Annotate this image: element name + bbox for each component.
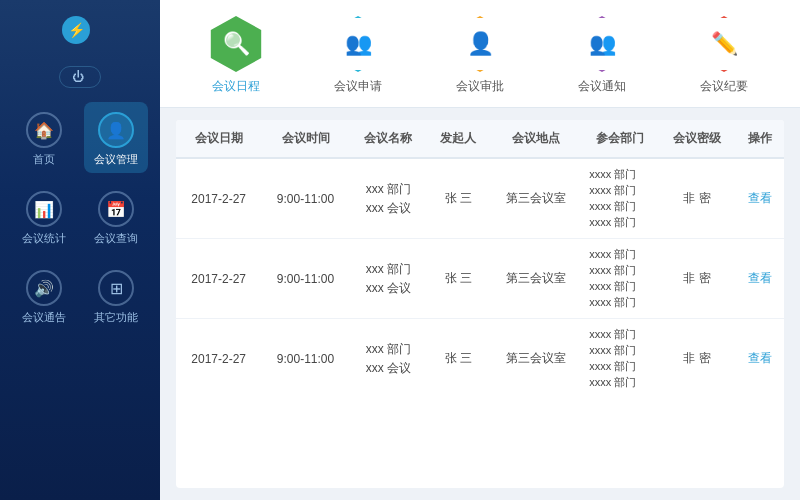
logo-icon: ⚡ — [62, 16, 90, 44]
cell-name: xxx 部门xxx 会议 — [350, 319, 427, 399]
table-header: 参会部门 — [581, 120, 658, 158]
cell-security: 非 密 — [659, 158, 736, 239]
top-icon-apply[interactable]: 👥 会议申请 — [323, 16, 393, 95]
cell-departments: xxxx 部门xxxx 部门xxxx 部门xxxx 部门 — [581, 239, 658, 319]
sidebar-item-meeting-stats[interactable]: 📊 会议统计 — [12, 181, 76, 252]
top-icon-shape-schedule: 🔍 — [208, 16, 264, 72]
top-icon-glyph-schedule: 🔍 — [223, 31, 250, 57]
sidebar-nav: 🏠 首页 👤 会议管理 📊 会议统计 📅 会议查询 🔊 会议通告 ⊞ 其它功能 — [0, 102, 160, 331]
top-icon-shape-apply: 👥 — [330, 16, 386, 72]
cell-initiator: 张 三 — [427, 319, 490, 399]
top-icon-label-apply: 会议申请 — [334, 78, 382, 95]
top-icon-glyph-minutes: ✏️ — [711, 31, 738, 57]
top-icon-label-notify: 会议通知 — [578, 78, 626, 95]
hexagon-minutes: ✏️ — [696, 16, 752, 72]
hexagon-notify: 👥 — [574, 16, 630, 72]
nav-icon-meeting-stats: 📊 — [26, 191, 62, 227]
cell-location: 第三会议室 — [490, 239, 582, 319]
nav-icon-other: ⊞ — [98, 270, 134, 306]
top-icon-glyph-review: 👤 — [467, 31, 494, 57]
table-header: 会议名称 — [350, 120, 427, 158]
sidebar-item-other[interactable]: ⊞ 其它功能 — [84, 260, 148, 331]
cell-date: 2017-2-27 — [176, 158, 261, 239]
top-icon-schedule[interactable]: 🔍 会议日程 — [201, 16, 271, 95]
hexagon-schedule: 🔍 — [208, 16, 264, 72]
cell-location: 第三会议室 — [490, 319, 582, 399]
table-header: 会议日期 — [176, 120, 261, 158]
hexagon-apply: 👥 — [330, 16, 386, 72]
top-icon-glyph-notify: 👥 — [589, 31, 616, 57]
nav-icon-announcement: 🔊 — [26, 270, 62, 306]
cell-time: 9:00-11:00 — [261, 319, 350, 399]
table-row: 2017-2-279:00-11:00xxx 部门xxx 会议张 三第三会议室x… — [176, 319, 784, 399]
sidebar: ⚡ ⏻ 🏠 首页 👤 会议管理 📊 会议统计 📅 会议查询 🔊 会议通告 ⊞ 其… — [0, 0, 160, 500]
nav-label-meeting-query: 会议查询 — [94, 231, 138, 246]
table-area: 会议日期会议时间会议名称发起人会议地点参会部门会议密级操作 2017-2-279… — [176, 120, 784, 488]
cell-departments: xxxx 部门xxxx 部门xxxx 部门xxxx 部门 — [581, 319, 658, 399]
cell-initiator: 张 三 — [427, 239, 490, 319]
nav-label-meeting-stats: 会议统计 — [22, 231, 66, 246]
cell-time: 9:00-11:00 — [261, 239, 350, 319]
top-icon-bar: 🔍 会议日程 👥 会议申请 👤 会议审批 👥 会议通知 ✏️ — [160, 0, 800, 108]
top-icon-label-schedule: 会议日程 — [212, 78, 260, 95]
power-icon: ⏻ — [72, 70, 84, 84]
view-link[interactable]: 查看 — [748, 351, 772, 365]
nav-label-announcement: 会议通告 — [22, 310, 66, 325]
cell-time: 9:00-11:00 — [261, 158, 350, 239]
top-icon-label-minutes: 会议纪要 — [700, 78, 748, 95]
main-content: 🔍 会议日程 👥 会议申请 👤 会议审批 👥 会议通知 ✏️ — [160, 0, 800, 500]
nav-label-home: 首页 — [33, 152, 55, 167]
meeting-table: 会议日期会议时间会议名称发起人会议地点参会部门会议密级操作 2017-2-279… — [176, 120, 784, 398]
top-icon-shape-minutes: ✏️ — [696, 16, 752, 72]
nav-label-other: 其它功能 — [94, 310, 138, 325]
nav-icon-meeting-mgmt: 👤 — [98, 112, 134, 148]
top-icon-shape-review: 👤 — [452, 16, 508, 72]
top-icon-glyph-apply: 👥 — [345, 31, 372, 57]
cell-location: 第三会议室 — [490, 158, 582, 239]
cell-security: 非 密 — [659, 319, 736, 399]
cell-security: 非 密 — [659, 239, 736, 319]
nav-icon-home: 🏠 — [26, 112, 62, 148]
sidebar-item-announcement[interactable]: 🔊 会议通告 — [12, 260, 76, 331]
table-row: 2017-2-279:00-11:00xxx 部门xxx 会议张 三第三会议室x… — [176, 239, 784, 319]
top-icon-shape-notify: 👥 — [574, 16, 630, 72]
cell-initiator: 张 三 — [427, 158, 490, 239]
table-header: 发起人 — [427, 120, 490, 158]
top-icon-notify[interactable]: 👥 会议通知 — [567, 16, 637, 95]
sidebar-item-home[interactable]: 🏠 首页 — [12, 102, 76, 173]
cell-date: 2017-2-27 — [176, 319, 261, 399]
table-header: 会议密级 — [659, 120, 736, 158]
sidebar-item-meeting-mgmt[interactable]: 👤 会议管理 — [84, 102, 148, 173]
top-icon-minutes[interactable]: ✏️ 会议纪要 — [689, 16, 759, 95]
sidebar-logo: ⚡ — [62, 0, 98, 54]
sidebar-item-meeting-query[interactable]: 📅 会议查询 — [84, 181, 148, 252]
view-link[interactable]: 查看 — [748, 191, 772, 205]
nav-icon-meeting-query: 📅 — [98, 191, 134, 227]
cell-name: xxx 部门xxx 会议 — [350, 239, 427, 319]
table-header: 会议时间 — [261, 120, 350, 158]
top-icon-label-review: 会议审批 — [456, 78, 504, 95]
cell-departments: xxxx 部门xxxx 部门xxxx 部门xxxx 部门 — [581, 158, 658, 239]
hexagon-review: 👤 — [452, 16, 508, 72]
cell-action[interactable]: 查看 — [736, 239, 784, 319]
view-link[interactable]: 查看 — [748, 271, 772, 285]
cell-name: xxx 部门xxx 会议 — [350, 158, 427, 239]
top-icon-review[interactable]: 👤 会议审批 — [445, 16, 515, 95]
table-header: 会议地点 — [490, 120, 582, 158]
cell-action[interactable]: 查看 — [736, 319, 784, 399]
logout-button[interactable]: ⏻ — [59, 66, 101, 88]
table-row: 2017-2-279:00-11:00xxx 部门xxx 会议张 三第三会议室x… — [176, 158, 784, 239]
cell-action[interactable]: 查看 — [736, 158, 784, 239]
cell-date: 2017-2-27 — [176, 239, 261, 319]
nav-label-meeting-mgmt: 会议管理 — [94, 152, 138, 167]
table-header: 操作 — [736, 120, 784, 158]
